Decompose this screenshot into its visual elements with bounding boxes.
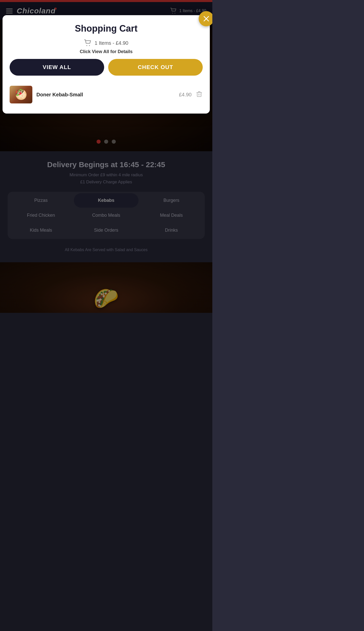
- cart-modal: Shopping Cart 1 Items - £4.90 Click View…: [3, 15, 210, 114]
- slider-dots: [97, 140, 116, 144]
- slider-dot-3[interactable]: [112, 140, 116, 144]
- category-side-orders[interactable]: Side Orders: [74, 223, 139, 237]
- modal-title: Shopping Cart: [10, 23, 203, 34]
- cart-icon: [170, 8, 177, 14]
- info-section: Delivery Begings at 16:45 - 22:45 Minimu…: [0, 151, 212, 262]
- svg-rect-6: [197, 93, 201, 97]
- svg-point-0: [172, 13, 173, 14]
- close-x-icon: [203, 15, 210, 22]
- cart-item-row: Doner Kebab-Small £4.90: [10, 83, 203, 106]
- cart-item-delete-button[interactable]: [196, 91, 203, 99]
- modal-close-button[interactable]: [199, 11, 212, 26]
- minimum-order-text: Minimum Order £9 within 4 mile radius: [5, 172, 207, 178]
- category-kids-meals[interactable]: Kids Meals: [9, 223, 73, 237]
- cart-item-name: Doner Kebab-Small: [36, 92, 173, 98]
- svg-point-1: [175, 13, 175, 14]
- category-combo-meals[interactable]: Combo Meals: [74, 208, 139, 223]
- category-meal-deals[interactable]: Meal Deals: [139, 208, 204, 223]
- slider-dot-2[interactable]: [104, 140, 108, 144]
- svg-point-4: [86, 45, 87, 46]
- modal-cart-icon: [84, 39, 92, 47]
- category-burgers[interactable]: Burgers: [139, 193, 204, 208]
- food-preview-image: [0, 262, 212, 313]
- header-left: Chicoland: [6, 7, 56, 15]
- category-grid: Pizzas Kebabs Burgers Fried Chicken Comb…: [8, 192, 205, 239]
- modal-cart-summary-text: 1 Items - £4.90: [95, 40, 128, 46]
- view-all-button[interactable]: VIEW ALL: [10, 59, 104, 76]
- top-status-bar: [0, 0, 212, 2]
- slider-dot-1[interactable]: [97, 140, 101, 144]
- svg-point-5: [89, 45, 90, 46]
- category-fried-chicken[interactable]: Fried Chicken: [9, 208, 73, 223]
- modal-action-buttons: VIEW ALL CHECK OUT: [10, 59, 203, 76]
- cart-item-image: [10, 86, 32, 103]
- modal-cart-summary: 1 Items - £4.90: [10, 39, 203, 47]
- hamburger-line-2: [6, 11, 13, 11]
- modal-view-all-text: Click View All for Details: [10, 49, 203, 54]
- category-kebabs[interactable]: Kebabs: [74, 193, 139, 208]
- svg-rect-10: [198, 92, 200, 93]
- trash-icon: [196, 91, 203, 98]
- category-drinks[interactable]: Drinks: [139, 223, 204, 237]
- delivery-charge-text: £1 Delivery Charge Applies: [5, 180, 207, 185]
- hamburger-line-1: [6, 9, 13, 9]
- category-pizzas[interactable]: Pizzas: [9, 193, 73, 208]
- hamburger-line-3: [6, 13, 13, 13]
- checkout-button[interactable]: CHECK OUT: [108, 59, 203, 76]
- kebabs-note: All Kebabs Are Served with Salad and Sau…: [5, 245, 207, 257]
- cart-item-price: £4.90: [179, 92, 192, 98]
- brand-logo: Chicoland: [17, 7, 56, 15]
- delivery-title: Delivery Begings at 16:45 - 22:45: [5, 160, 207, 169]
- hamburger-menu-button[interactable]: [6, 9, 13, 13]
- brand-dot: [55, 8, 57, 10]
